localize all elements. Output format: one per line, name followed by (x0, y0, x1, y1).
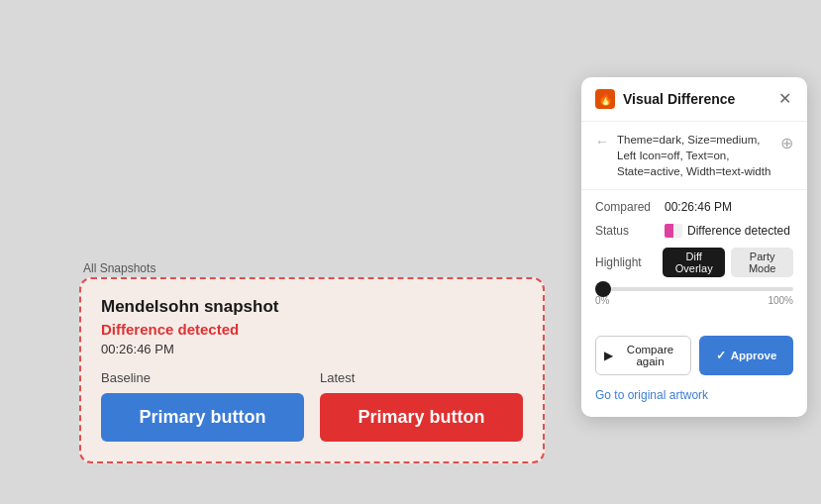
panel-header: 🔥 Visual Difference ✕ (581, 77, 807, 122)
checkmark-icon: ✓ (716, 349, 726, 362)
snapshot-diff-label: Difference detected (101, 321, 523, 338)
status-label: Status (595, 224, 657, 238)
status-diff-icon (665, 224, 682, 238)
baseline-button[interactable]: Primary button (101, 393, 304, 442)
approve-button[interactable]: ✓ Approve (699, 336, 793, 375)
status-value: Difference detected (687, 224, 790, 238)
target-icon[interactable]: ⊕ (780, 134, 793, 152)
compare-again-button[interactable]: ▶ Compare again (595, 336, 691, 375)
all-snapshots-label: All Snapshots (83, 261, 155, 275)
slider-track (595, 287, 793, 291)
diff-overlay-tab[interactable]: Diff Overlay (663, 248, 725, 277)
slider-labels: 0% 100% (595, 295, 793, 306)
baseline-label: Baseline (101, 370, 151, 385)
snapshot-time: 00:26:46 PM (101, 342, 523, 356)
compared-label: Compared (595, 200, 657, 214)
compared-row: Compared 00:26:46 PM (595, 200, 793, 214)
close-button[interactable]: ✕ (776, 89, 793, 109)
latest-col: Latest Primary button (320, 370, 523, 442)
footer-buttons: ▶ Compare again ✓ Approve (595, 336, 793, 375)
back-arrow-icon[interactable]: ← (595, 134, 609, 150)
panel-footer: ▶ Compare again ✓ Approve Go to original… (581, 330, 807, 417)
snapshot-title: Mendelsohn snapshot (101, 297, 523, 317)
highlight-label: Highlight (595, 255, 657, 269)
panel-title: Visual Difference (623, 91, 735, 107)
slider-row: 0% 100% (595, 287, 793, 306)
canvas-area: All Snapshots Mendelsohn snapshot Differ… (0, 0, 555, 504)
approve-label: Approve (731, 350, 777, 361)
latest-label: Latest (320, 370, 355, 385)
panel-body: Compared 00:26:46 PM Status Difference d… (581, 190, 807, 330)
status-row: Status Difference detected (595, 224, 793, 238)
compare-again-label: Compare again (618, 344, 682, 367)
snapshot-buttons-row: Baseline Primary button Latest Primary b… (101, 370, 523, 442)
highlight-row: Highlight Diff Overlay Party Mode (595, 248, 793, 277)
latest-button[interactable]: Primary button (320, 393, 523, 442)
snapshot-card: Mendelsohn snapshot Difference detected … (79, 277, 545, 463)
party-mode-tab[interactable]: Party Mode (731, 248, 793, 277)
baseline-col: Baseline Primary button (101, 370, 304, 442)
breadcrumb-row: ← Theme=dark, Size=medium, Left Icon=off… (581, 122, 807, 190)
compared-value: 00:26:46 PM (665, 200, 732, 214)
go-to-original-link[interactable]: Go to original artwork (595, 388, 708, 402)
panel-brand-icon: 🔥 (595, 89, 615, 109)
panel-header-left: 🔥 Visual Difference (595, 89, 735, 109)
slider-track-container[interactable] (595, 287, 793, 291)
visual-difference-panel: 🔥 Visual Difference ✕ ← Theme=dark, Size… (581, 77, 807, 417)
status-badge: Difference detected (665, 224, 790, 238)
slider-max-label: 100% (768, 295, 793, 306)
slider-thumb (595, 281, 611, 297)
play-icon: ▶ (604, 349, 613, 362)
breadcrumb-text: Theme=dark, Size=medium, Left Icon=off, … (617, 132, 772, 179)
